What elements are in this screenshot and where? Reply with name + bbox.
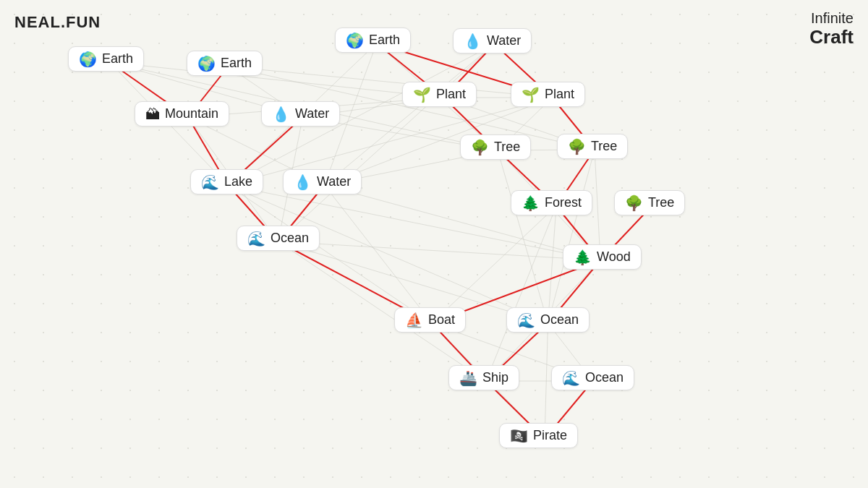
neal-fun-logo: NEAL.FUN [14,13,101,32]
node-label-water1: Water [487,33,521,48]
node-icon-water2: 💧 [272,107,290,121]
connections-svg [0,0,868,488]
node-icon-forest: 🌲 [522,196,540,210]
node-water2[interactable]: 💧Water [261,101,340,127]
node-icon-ocean3: 🌊 [562,371,580,385]
node-label-plant2: Plant [545,87,574,102]
node-icon-wood: 🌲 [574,250,592,265]
node-icon-pirate: 🏴‍☠️ [510,429,528,443]
node-tree1[interactable]: 🌳Tree [460,134,531,160]
svg-line-40 [548,206,557,323]
node-label-forest: Forest [545,195,582,210]
node-icon-plant2: 🌱 [522,87,540,102]
node-label-water2: Water [295,106,329,121]
node-ocean1[interactable]: 🌊Ocean [237,226,320,251]
node-label-earth1: Earth [102,51,133,67]
node-icon-tree1: 🌳 [471,140,489,155]
node-label-earth3: Earth [369,33,400,48]
svg-line-10 [325,44,495,185]
node-pirate[interactable]: 🏴‍☠️Pirate [499,423,578,448]
svg-line-41 [432,206,556,323]
node-label-ocean2: Ocean [540,312,579,328]
node-icon-boat: ⛵ [405,313,423,328]
node-lake[interactable]: 🌊Lake [190,169,263,194]
node-icon-plant1: 🌱 [413,87,431,102]
node-mountain[interactable]: 🏔Mountain [135,101,229,127]
node-tree2[interactable]: 🌳Tree [557,134,628,159]
node-label-plant1: Plant [436,87,466,102]
node-label-ocean1: Ocean [271,231,309,246]
node-label-earth2: Earth [221,56,252,71]
node-wood[interactable]: 🌲Wood [563,244,642,270]
node-icon-tree3: 🌳 [625,196,643,210]
node-earth2[interactable]: 🌍Earth [187,51,263,76]
node-icon-mountain: 🏔 [145,107,160,121]
node-label-wood: Wood [597,249,631,265]
svg-line-30 [548,150,595,323]
node-label-tree1: Tree [494,140,520,155]
node-water3[interactable]: 💧Water [283,169,362,194]
node-label-tree2: Tree [591,139,617,154]
node-icon-ship: 🚢 [459,371,477,385]
svg-line-27 [498,150,548,323]
node-icon-water3: 💧 [294,175,312,189]
node-icon-ocean2: 🌊 [517,313,535,328]
node-ocean3[interactable]: 🌊Ocean [551,365,634,390]
node-label-ocean3: Ocean [585,370,624,385]
svg-line-37 [278,241,601,260]
node-icon-water1: 💧 [464,34,482,48]
node-label-mountain: Mountain [165,106,218,121]
node-earth3[interactable]: 🌍Earth [335,27,411,53]
node-label-pirate: Pirate [533,428,567,443]
node-icon-lake: 🌊 [201,175,219,189]
svg-line-47 [545,323,548,439]
node-label-tree3: Tree [648,195,674,210]
node-ocean2[interactable]: 🌊Ocean [506,307,590,333]
node-icon-tree2: 🌳 [568,140,586,154]
node-earth1[interactable]: 🌍Earth [68,46,144,72]
node-label-lake: Lake [224,174,252,189]
node-label-ship: Ship [482,370,509,385]
svg-line-34 [325,185,433,323]
node-icon-earth1: 🌍 [79,52,97,67]
node-tree3[interactable]: 🌳Tree [614,190,685,215]
node-forest[interactable]: 🌲Forest [511,190,592,215]
svg-line-1 [110,62,444,98]
node-boat[interactable]: ⛵Boat [394,307,466,333]
node-water1[interactable]: 💧Water [453,28,532,53]
svg-line-5 [229,67,553,98]
node-icon-ocean1: 🌊 [247,231,265,246]
node-plant2[interactable]: 🌱Plant [511,82,585,107]
node-plant1[interactable]: 🌱Plant [402,82,477,107]
node-icon-earth3: 🌍 [346,33,364,48]
node-icon-earth2: 🌍 [197,56,216,71]
node-ship[interactable]: 🚢Ship [448,365,519,390]
svg-line-42 [486,206,556,381]
node-label-boat: Boat [428,312,455,328]
svg-line-33 [228,185,548,323]
svg-line-31 [228,185,432,323]
node-label-water3: Water [317,174,351,189]
infinite-craft-logo: Infinite Craft [809,10,854,48]
